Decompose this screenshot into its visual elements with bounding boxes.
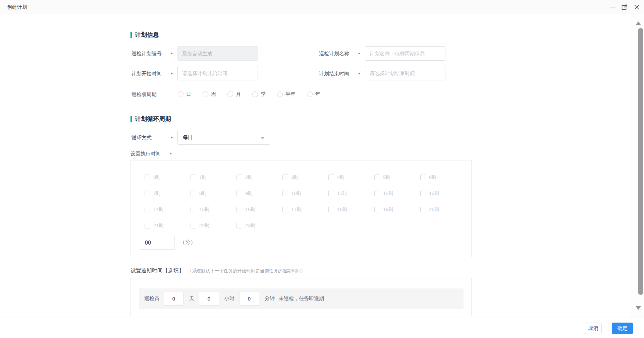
hour-checkbox-6[interactable]: 6时 (420, 169, 466, 185)
minimize-button[interactable] (606, 0, 619, 14)
checkbox-icon (191, 175, 196, 180)
hour-checkbox-18[interactable]: 18时 (328, 201, 374, 217)
hour-checkbox-8[interactable]: 8时 (191, 185, 236, 201)
checkbox-icon (145, 207, 150, 212)
days-unit-label: 天 (189, 295, 194, 302)
hour-checkbox-12[interactable]: 12时 (374, 185, 420, 201)
radio-half-year[interactable]: 半年 (277, 91, 296, 97)
required-asterisk: * (170, 151, 172, 157)
hour-checkbox-0[interactable]: 0时 (145, 169, 191, 185)
section-plan-info-header: 计划信息 (130, 31, 159, 39)
required-asterisk: * (171, 51, 173, 57)
section-title: 计划循环周期 (135, 115, 171, 123)
checkbox-icon (236, 223, 242, 228)
section-accent-bar (130, 116, 132, 122)
titlebar: 创建计划 (0, 0, 644, 14)
radio-icon (252, 91, 258, 97)
checkbox-icon (282, 207, 288, 212)
end-time-input[interactable] (365, 66, 445, 80)
checkbox-icon (191, 191, 196, 196)
checkbox-icon (236, 207, 242, 212)
required-asterisk: * (358, 51, 360, 57)
radio-year[interactable]: 年 (307, 91, 320, 97)
checkbox-icon (328, 175, 334, 180)
overdue-title-row: 设置逾期时间【选填】 （系统默认下一个任务的开始时间是当前任务的逾期时间） (130, 267, 305, 274)
radio-month[interactable]: 月 (227, 91, 241, 97)
scrollbar-thumb[interactable] (638, 28, 643, 295)
checkbox-icon (145, 175, 150, 180)
hour-checkbox-21[interactable]: 21时 (145, 217, 191, 233)
inspector-label: 巡检员 (144, 295, 159, 302)
plan-no-input[interactable] (177, 46, 258, 61)
scrollbar-up-icon[interactable] (636, 21, 641, 25)
start-time-label: 计划开始时间 (131, 71, 162, 77)
exec-time-panel: 0时 1时 2时 3时 4时 5时 6时 7时 8时 9时 10时 11时 12… (130, 160, 472, 257)
overdue-note: （系统默认下一个任务的开始时间是当前任务的逾期时间） (187, 268, 305, 274)
radio-day[interactable]: 日 (178, 91, 191, 97)
radio-icon (277, 91, 283, 97)
checkbox-icon (374, 175, 380, 180)
checkbox-icon (236, 191, 242, 196)
radio-icon (307, 91, 313, 97)
overdue-days-input[interactable] (164, 292, 184, 306)
minute-input[interactable] (140, 236, 174, 250)
checkbox-icon (236, 175, 242, 180)
radio-icon (227, 91, 233, 97)
hour-checkbox-1[interactable]: 1时 (191, 169, 236, 185)
checkbox-icon (282, 175, 288, 180)
hour-checkbox-19[interactable]: 19时 (374, 201, 420, 217)
hour-checkbox-2[interactable]: 2时 (236, 169, 282, 185)
overdue-title: 设置逾期时间【选填】 (130, 267, 184, 274)
hours-unit-label: 小时 (224, 295, 234, 302)
section-title: 计划信息 (135, 31, 159, 39)
hour-checkbox-9[interactable]: 9时 (236, 185, 282, 201)
required-asterisk: * (358, 71, 360, 77)
overdue-hours-input[interactable] (199, 292, 219, 306)
plan-name-input[interactable] (365, 46, 445, 61)
loop-mode-select[interactable]: 每日 (177, 130, 270, 145)
hour-checkbox-20[interactable]: 20时 (420, 201, 466, 217)
hour-checkbox-3[interactable]: 3时 (282, 169, 328, 185)
hour-checkbox-22[interactable]: 22时 (191, 217, 236, 233)
hour-checkbox-14[interactable]: 14时 (145, 201, 191, 217)
overdue-suffix-label: 未巡检，任务即逾期 (279, 295, 324, 302)
radio-quarter[interactable]: 季 (252, 91, 266, 97)
radio-week[interactable]: 周 (203, 91, 216, 97)
checkbox-icon (374, 191, 380, 196)
hour-checkbox-4[interactable]: 4时 (328, 169, 374, 185)
hour-checkbox-16[interactable]: 16时 (236, 201, 282, 217)
start-time-input[interactable] (177, 66, 258, 80)
hour-checkbox-10[interactable]: 10时 (282, 185, 328, 201)
hour-checkbox-23[interactable]: 23时 (236, 217, 282, 233)
scrollbar-down-icon[interactable] (636, 306, 641, 310)
hour-checkbox-7[interactable]: 7时 (145, 185, 191, 201)
checkbox-icon (420, 207, 426, 212)
dialog-title: 创建计划 (7, 0, 27, 14)
checkbox-icon (374, 207, 380, 212)
confirm-button[interactable]: 确定 (612, 323, 633, 334)
hour-checkbox-5[interactable]: 5时 (374, 169, 420, 185)
end-time-label: 计划结束时间 (319, 71, 349, 77)
plan-no-label: 巡检计划编号 (131, 51, 162, 57)
radio-icon (203, 91, 208, 97)
overdue-minutes-input[interactable] (239, 292, 259, 306)
checkbox-icon (145, 191, 150, 196)
hour-checkbox-13[interactable]: 13时 (420, 185, 466, 201)
loop-mode-value: 每日 (183, 130, 193, 144)
plan-name-label: 巡检计划名称 (319, 51, 349, 57)
maximize-button[interactable] (619, 0, 631, 14)
checkbox-icon (328, 191, 334, 196)
close-icon (634, 4, 640, 10)
cancel-button[interactable]: 取消 (585, 323, 602, 334)
required-asterisk: * (171, 135, 173, 141)
checkbox-icon (145, 223, 150, 228)
cycle-label: 巡检项周期 (131, 91, 157, 98)
hour-checkbox-grid: 0时 1时 2时 3时 4时 5时 6时 7时 8时 9时 10时 11时 12… (145, 169, 470, 233)
hour-checkbox-15[interactable]: 15时 (191, 201, 236, 217)
checkbox-icon (420, 175, 426, 180)
checkbox-icon (282, 191, 288, 196)
hour-checkbox-11[interactable]: 11时 (328, 185, 374, 201)
hour-checkbox-17[interactable]: 17时 (282, 201, 328, 217)
close-button[interactable] (631, 0, 643, 14)
overdue-setting-bar: 巡检员 天 小时 分钟 未巡检，任务即逾期 (139, 288, 464, 309)
